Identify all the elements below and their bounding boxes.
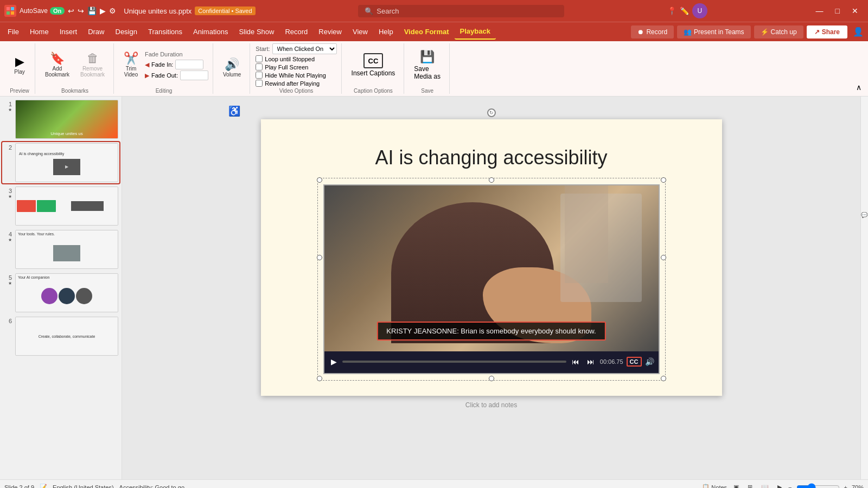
record-button[interactable]: ⏺ Record xyxy=(631,25,674,38)
zoom-out-button[interactable]: − xyxy=(788,484,792,489)
menu-review[interactable]: Review xyxy=(313,24,347,39)
zoom-slider[interactable] xyxy=(796,483,840,489)
slide-thumb-2[interactable]: 2 AI is changing accessibility ▶ xyxy=(2,142,119,183)
menu-slideshow[interactable]: Slide Show xyxy=(233,24,279,39)
video-rewind-button[interactable]: ⏮ xyxy=(570,356,582,367)
fade-out-input[interactable]: 00.00 xyxy=(180,70,208,80)
fade-in-input[interactable]: 00.00 xyxy=(175,60,203,69)
slide-star-3: ★ xyxy=(8,194,12,199)
video-volume-button[interactable]: 🔊 xyxy=(645,357,654,366)
slide-thumb-4[interactable]: 4 ★ Your tools. Your rules. xyxy=(2,229,119,270)
fullscreen-checkbox[interactable] xyxy=(256,63,263,70)
video-frame: KRISTY JEANSONNE: Brian is somebody ever… xyxy=(324,185,659,351)
cc-icon: CC xyxy=(363,53,383,68)
comments-icon[interactable]: 💬 xyxy=(861,211,867,218)
language-label[interactable]: English (United States) xyxy=(53,484,114,489)
selection-handle-tc[interactable] xyxy=(489,177,494,183)
zoom-in-button[interactable]: + xyxy=(844,484,847,489)
start-select[interactable]: When Clicked On Automatically In Click S… xyxy=(272,43,337,54)
slide-canvas[interactable]: ↻ AI is changing accessibility xyxy=(261,119,722,396)
selection-handle-br[interactable] xyxy=(661,376,666,381)
fullscreen-checkbox-row[interactable]: Play Full Screen xyxy=(256,63,308,70)
search-box[interactable]: 🔍 Search xyxy=(358,5,564,17)
zoom-level: 70% xyxy=(852,484,864,489)
menu-home[interactable]: Home xyxy=(24,24,54,39)
menu-record[interactable]: Record xyxy=(279,24,313,39)
video-progress-bar[interactable] xyxy=(342,361,566,363)
selection-handle-bl[interactable] xyxy=(317,376,322,381)
slide-thumb-3[interactable]: 3 ★ xyxy=(2,185,119,227)
slide-sorter-button[interactable]: ⊞ xyxy=(745,483,755,488)
accessibility-status[interactable]: Accessibility: Good to go xyxy=(119,484,184,489)
accessibility-icon[interactable]: ♿ xyxy=(228,106,240,117)
video-forward-button[interactable]: ⏭ xyxy=(585,356,597,367)
cc-toggle-button[interactable]: CC xyxy=(627,357,642,367)
fade-in-spinner: 00.00 xyxy=(175,60,203,69)
catchup-button[interactable]: ⚡ Catch up xyxy=(754,25,803,38)
present-icon[interactable]: ▶ xyxy=(100,7,106,15)
maximize-button[interactable]: □ xyxy=(830,4,845,17)
rewind-checkbox-row[interactable]: Rewind after Playing xyxy=(256,80,320,87)
menu-insert[interactable]: Insert xyxy=(54,24,83,39)
save-icon[interactable]: 💾 xyxy=(87,7,97,15)
menu-animations[interactable]: Animations xyxy=(188,24,233,39)
slide-num-6: 6 xyxy=(3,317,12,324)
minimize-button[interactable]: — xyxy=(810,4,829,17)
video-play-button[interactable]: ▶ xyxy=(329,356,339,367)
video-container[interactable]: KRISTY JEANSONNE: Brian is somebody ever… xyxy=(323,184,660,374)
notes-area[interactable]: Click to add notes xyxy=(465,401,517,409)
hide-label: Hide While Not Playing xyxy=(265,72,326,79)
present-teams-button[interactable]: 👥 Present in Teams xyxy=(677,25,751,38)
menu-file[interactable]: File xyxy=(2,24,24,39)
slideshow-view-button[interactable]: ▶ xyxy=(775,483,784,488)
fade-in-label: Fade In: xyxy=(151,61,173,68)
menu-transitions[interactable]: Transitions xyxy=(143,24,188,39)
slide-thumb-6[interactable]: 6 Create, collaborate, communicate xyxy=(2,316,119,357)
slide-num-2: 2 xyxy=(3,143,12,151)
trim-video-button[interactable]: ✂️ TrimVideo xyxy=(119,50,143,80)
rotate-handle[interactable]: ↻ xyxy=(487,108,496,117)
menu-view[interactable]: View xyxy=(347,24,373,39)
selection-handle-bc[interactable] xyxy=(489,376,494,381)
selection-handle-tr[interactable] xyxy=(661,177,666,183)
menu-videoformat[interactable]: Video Format xyxy=(399,24,455,39)
present-teams-label: Present in Teams xyxy=(694,28,744,36)
menu-help[interactable]: Help xyxy=(373,24,399,39)
share-button[interactable]: ↗ Share xyxy=(807,25,847,38)
redo-icon[interactable]: ↪ xyxy=(78,7,84,15)
insert-captions-button[interactable]: CC Insert Captions xyxy=(347,51,400,79)
remove-bookmark-button[interactable]: 🗑 RemoveBookmark xyxy=(76,50,109,80)
hide-checkbox[interactable] xyxy=(256,72,263,79)
menu-design[interactable]: Design xyxy=(110,24,143,39)
slide-thumb-5[interactable]: 5 ★ Your AI companion xyxy=(2,272,119,313)
menu-playback[interactable]: Playback xyxy=(455,24,496,40)
save-media-button[interactable]: 💾 SaveMedia as xyxy=(410,48,445,82)
rewind-checkbox[interactable] xyxy=(256,80,263,87)
pen-icon[interactable]: ✏️ xyxy=(680,7,689,15)
volume-button[interactable]: 🔊 Volume xyxy=(219,56,245,80)
profile-picture[interactable]: U xyxy=(692,3,707,18)
normal-view-button[interactable]: ▣ xyxy=(731,483,741,488)
loop-checkbox-row[interactable]: Loop until Stopped xyxy=(256,55,315,62)
reading-view-button[interactable]: 📖 xyxy=(759,483,771,488)
notes-button[interactable]: 📋 Notes xyxy=(702,484,727,488)
hide-checkbox-row[interactable]: Hide While Not Playing xyxy=(256,72,326,79)
ribbon-preview-controls: ▶ Play xyxy=(9,43,30,87)
menu-draw[interactable]: Draw xyxy=(82,24,110,39)
close-button[interactable]: ✕ xyxy=(846,4,864,17)
undo-icon[interactable]: ↩ xyxy=(68,7,74,15)
add-bookmark-button[interactable]: 🔖 AddBookmark xyxy=(41,50,74,80)
slide-thumb-1[interactable]: 1 ★ Unique unites us xyxy=(2,99,119,140)
autosave-toggle[interactable]: On xyxy=(50,7,65,15)
selection-handle-ml[interactable] xyxy=(317,255,322,260)
videooptions-group-label: Video Options xyxy=(256,87,336,94)
more-tools-icon[interactable]: ⚙ xyxy=(109,7,116,15)
loop-checkbox[interactable] xyxy=(256,55,263,62)
selection-handle-tl[interactable] xyxy=(317,177,322,183)
location-icon[interactable]: 📍 xyxy=(667,7,676,15)
slide-notes-icon[interactable]: 📝 xyxy=(40,484,47,488)
ribbon-collapse-button[interactable]: ∧ xyxy=(854,81,864,94)
selection-handle-mr[interactable] xyxy=(661,255,666,260)
play-button[interactable]: ▶ Play xyxy=(9,54,30,77)
account-icon[interactable]: 👤 xyxy=(851,27,866,37)
